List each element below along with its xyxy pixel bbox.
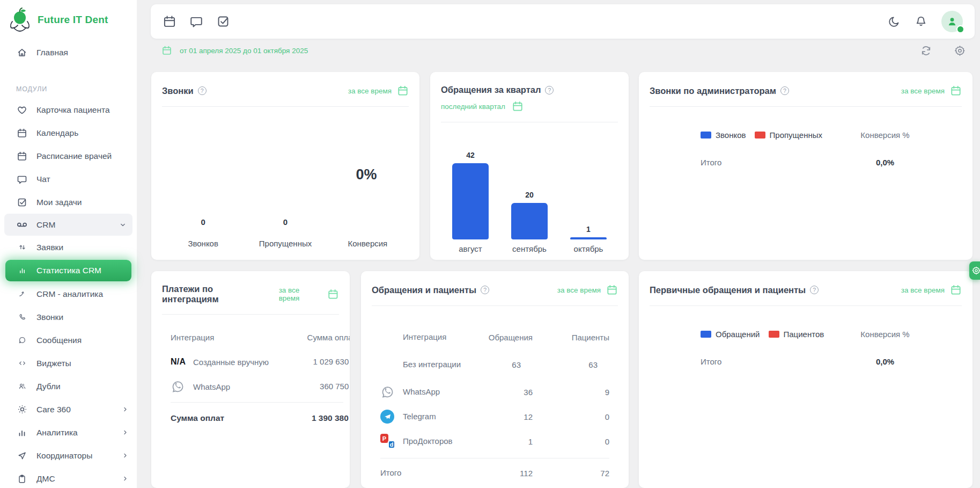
- sidebar-item-coordinators[interactable]: Координаторы: [0, 444, 137, 467]
- help-icon[interactable]: [780, 86, 789, 95]
- arrows-up-down-icon: [16, 243, 28, 251]
- sidebar-item-crm-analytics[interactable]: CRM - аналитика: [0, 282, 137, 305]
- period-selector[interactable]: за все время: [901, 85, 962, 97]
- chat-icon[interactable]: [189, 14, 203, 28]
- calendar-icon[interactable]: [163, 14, 176, 28]
- table-row[interactable]: WhatsApp 360 750 ₽: [171, 374, 350, 399]
- brand[interactable]: Future IT Dent: [8, 6, 137, 33]
- calendar-icon: [950, 85, 962, 97]
- calendar-icon: [327, 288, 339, 300]
- floating-settings-button[interactable]: [969, 261, 980, 280]
- period-selector[interactable]: за все время: [279, 286, 339, 302]
- table-row[interactable]: Telegram 12 0: [380, 404, 609, 429]
- phone-icon: [16, 313, 28, 321]
- conversion-column-header: Конверсия %: [859, 330, 911, 339]
- calendar-icon: [16, 128, 28, 139]
- whatsapp-icon: [171, 380, 185, 394]
- payments-total-row: Сумма оплат 1 390 380 ₽: [171, 405, 350, 432]
- bar-september[interactable]: 20 сентябрь: [511, 191, 548, 253]
- legend-row: Обращений Пациентов Конверсия %: [701, 330, 911, 339]
- sidebar-item-label: Главная: [36, 48, 68, 57]
- bar-october[interactable]: 1 октябрь: [570, 225, 607, 253]
- chevron-right-icon: [121, 451, 129, 460]
- stat-conversion: Конверсия: [327, 217, 409, 248]
- notifications-bell-icon[interactable]: [915, 15, 927, 28]
- period-selector[interactable]: за все время: [557, 284, 618, 296]
- table-row[interactable]: Без интеграции 63 63: [380, 349, 609, 380]
- sidebar-item-dms[interactable]: ДМС: [0, 467, 137, 488]
- whatsapp-icon: [380, 385, 395, 399]
- person-icon: [946, 16, 958, 27]
- clipboard-icon: [16, 474, 28, 484]
- help-icon[interactable]: [198, 86, 207, 95]
- card-quarter-requests: Обращения за квартал последний квартал 4…: [430, 72, 629, 260]
- date-range-filter[interactable]: от 01 апреля 2025 до 01 октября 2025: [161, 45, 308, 56]
- sidebar-item-my-tasks[interactable]: Мои задачи: [0, 191, 137, 214]
- table-row[interactable]: N/A Созданные вручную 1 029 630 ₽: [171, 349, 350, 374]
- period-selector[interactable]: последний квартал: [430, 95, 629, 112]
- card-calls: Звонки за все время 0% 0 Звонков 0 Пропу…: [151, 72, 419, 260]
- sidebar-item-analytics[interactable]: Аналитика: [0, 421, 137, 444]
- filter-bar: от 01 апреля 2025 до 01 октября 2025: [151, 41, 975, 60]
- sidebar-item-requests[interactable]: Заявки: [0, 236, 137, 259]
- gear-icon[interactable]: [954, 45, 966, 57]
- bar: [511, 203, 548, 239]
- sidebar: Future IT Dent Главная МОДУЛИ Карточка п…: [0, 0, 137, 488]
- main-content: от 01 апреля 2025 до 01 октября 2025 Зво…: [137, 0, 980, 488]
- sidebar-item-messages[interactable]: Сообщения: [0, 329, 137, 352]
- code-icon: [16, 359, 28, 367]
- calls-stats: 0 Звонков 0 Пропущенных Конверсия: [162, 217, 409, 248]
- card-primary-requests-and-patients: Первичные обращения и пациенты за все вр…: [639, 271, 972, 488]
- legend-swatch-red: [755, 132, 765, 139]
- user-avatar[interactable]: [941, 11, 963, 32]
- sidebar-item-doctor-schedule[interactable]: Расписание врачей: [0, 144, 137, 167]
- quarter-bar-chart: 42 август 20 сентябрь 1 октябрь: [441, 151, 618, 253]
- calendar-icon: [16, 151, 28, 162]
- brand-logo-icon: [8, 6, 32, 33]
- sidebar-item-chat[interactable]: Чат: [0, 167, 137, 191]
- conversion-total-value: 0,0%: [859, 357, 911, 366]
- date-range-text: от 01 апреля 2025 до 01 октября 2025: [180, 47, 308, 55]
- sidebar-item-duplicates[interactable]: Дубли: [0, 375, 137, 398]
- sidebar-item-crm[interactable]: CRM: [4, 214, 132, 236]
- dark-mode-moon-icon[interactable]: [888, 15, 901, 28]
- calendar-icon: [606, 284, 618, 296]
- sun-icon: [16, 404, 28, 414]
- refresh-icon[interactable]: [920, 45, 932, 57]
- bar-august[interactable]: 42 август: [452, 151, 489, 253]
- heart-icon: [16, 105, 28, 115]
- sidebar-section-label: МОДУЛИ: [16, 85, 137, 93]
- sidebar-item-home[interactable]: Главная: [0, 41, 137, 64]
- online-status-dot: [956, 25, 964, 33]
- check-square-icon[interactable]: [216, 14, 230, 28]
- sidebar-item-crm-statistics[interactable]: Статистика CRM: [5, 260, 131, 281]
- stat-calls: 0 Звонков: [162, 217, 244, 248]
- sidebar-item-calendar[interactable]: Календарь: [0, 121, 137, 144]
- help-icon[interactable]: [481, 286, 489, 294]
- conversion-total-value: 0,0%: [859, 158, 911, 167]
- chevron-down-icon: [119, 221, 127, 229]
- table-row[interactable]: ПроДокторов 1 0: [380, 429, 609, 454]
- sidebar-item-care360[interactable]: Care 360: [0, 398, 137, 421]
- card-payments-by-integrations: Платежи по интеграциям за все время Инте…: [151, 271, 350, 488]
- card-title: Звонки по администраторам: [650, 86, 776, 96]
- paper-plane-icon: [16, 451, 28, 461]
- chevron-right-icon: [121, 428, 129, 436]
- help-icon[interactable]: [545, 86, 554, 94]
- stat-missed: 0 Пропущенных: [244, 217, 326, 248]
- na-badge: N/A: [171, 357, 186, 367]
- period-selector[interactable]: за все время: [348, 85, 409, 97]
- legend-swatch-blue: [701, 132, 711, 139]
- help-icon[interactable]: [810, 286, 819, 294]
- sidebar-item-calls[interactable]: Звонки: [0, 305, 137, 329]
- period-selector[interactable]: за все время: [901, 284, 962, 296]
- telegram-icon: [380, 410, 394, 424]
- gear-icon: [971, 266, 980, 275]
- legend-row: Звонков Пропущенных Конверсия %: [701, 130, 911, 140]
- sidebar-item-patient-card[interactable]: Карточка пациента: [0, 98, 137, 121]
- brand-name: Future IT Dent: [38, 14, 108, 26]
- sidebar-item-widgets[interactable]: Виджеты: [0, 352, 137, 375]
- table-row[interactable]: WhatsApp 36 9: [380, 380, 609, 404]
- calendar-icon: [950, 284, 962, 296]
- legend-patients: Пациентов: [769, 330, 824, 339]
